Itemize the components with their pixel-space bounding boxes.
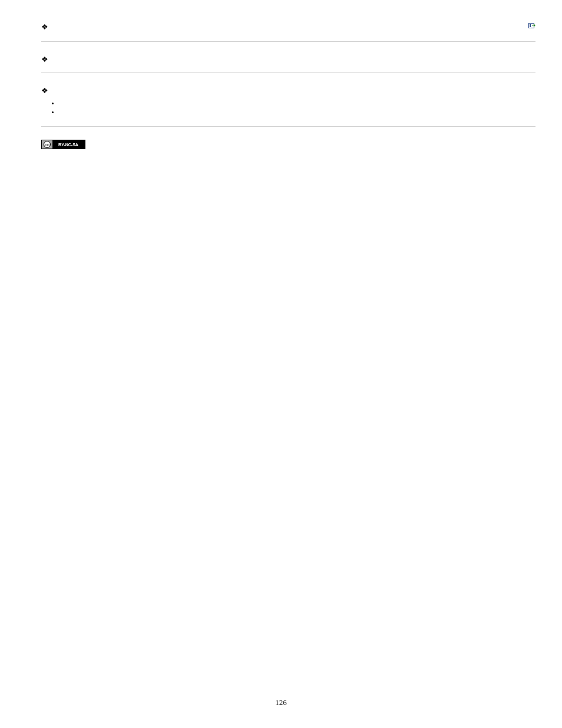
page-number: 126 bbox=[0, 698, 562, 707]
section-3: ❖ bbox=[41, 86, 535, 127]
diamond-bullet-icon: ❖ bbox=[41, 23, 49, 31]
svg-rect-1 bbox=[530, 24, 531, 27]
cc-license-badge[interactable]: CC BY-NC-SA bbox=[41, 140, 535, 151]
section-2: ❖ bbox=[41, 55, 535, 73]
dot-bullet-icon bbox=[52, 111, 54, 113]
document-link-icon[interactable] bbox=[528, 22, 535, 32]
section-row: ❖ bbox=[41, 86, 535, 94]
diamond-bullet-icon: ❖ bbox=[41, 87, 49, 94]
sub-list bbox=[52, 99, 535, 113]
section-1: ❖ bbox=[41, 22, 535, 42]
diamond-bullet-icon: ❖ bbox=[41, 55, 49, 63]
page-content: ❖ ❖ ❖ bbox=[0, 0, 562, 151]
section-row: ❖ bbox=[41, 55, 535, 63]
list-item bbox=[52, 99, 535, 104]
license-text: BY-NC-SA bbox=[58, 143, 78, 147]
list-item bbox=[52, 108, 535, 113]
dot-bullet-icon bbox=[52, 103, 54, 104]
section-row: ❖ bbox=[41, 22, 535, 32]
svg-text:CC: CC bbox=[45, 143, 50, 147]
